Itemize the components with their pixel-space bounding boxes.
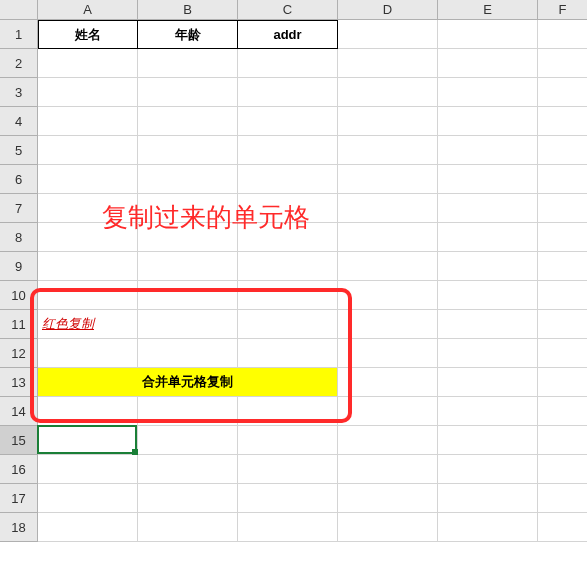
- cell[interactable]: [38, 78, 138, 107]
- col-header-d[interactable]: D: [338, 0, 438, 20]
- cell[interactable]: [138, 252, 238, 281]
- cell[interactable]: [538, 78, 587, 107]
- row-header-14[interactable]: 14: [0, 397, 38, 426]
- cell[interactable]: [538, 513, 587, 542]
- row-header-8[interactable]: 8: [0, 223, 38, 252]
- row-header-15[interactable]: 15: [0, 426, 38, 455]
- cell[interactable]: [538, 49, 587, 78]
- cell[interactable]: [38, 281, 138, 310]
- cell[interactable]: [538, 252, 587, 281]
- cell[interactable]: [538, 310, 587, 339]
- col-header-b[interactable]: B: [138, 0, 238, 20]
- cell[interactable]: [438, 136, 538, 165]
- cell-d1[interactable]: [338, 20, 438, 49]
- row-header-17[interactable]: 17: [0, 484, 38, 513]
- cell[interactable]: [138, 484, 238, 513]
- row-header-3[interactable]: 3: [0, 78, 38, 107]
- cell[interactable]: [538, 136, 587, 165]
- cell[interactable]: [538, 165, 587, 194]
- cell[interactable]: [438, 49, 538, 78]
- row-header-4[interactable]: 4: [0, 107, 38, 136]
- cell[interactable]: [438, 484, 538, 513]
- cell[interactable]: [238, 194, 338, 223]
- cell[interactable]: [38, 484, 138, 513]
- cell[interactable]: [438, 281, 538, 310]
- row-header-9[interactable]: 9: [0, 252, 38, 281]
- cell[interactable]: [338, 107, 438, 136]
- cell[interactable]: [538, 223, 587, 252]
- cell[interactable]: [238, 49, 338, 78]
- cell[interactable]: [338, 484, 438, 513]
- cell[interactable]: [238, 281, 338, 310]
- cell[interactable]: [438, 368, 538, 397]
- cell[interactable]: [238, 397, 338, 426]
- cell[interactable]: [38, 513, 138, 542]
- cell[interactable]: [338, 339, 438, 368]
- cell[interactable]: [238, 426, 338, 455]
- cell[interactable]: [338, 136, 438, 165]
- cell[interactable]: [238, 513, 338, 542]
- cell[interactable]: [38, 136, 138, 165]
- cell-a11-red-copy[interactable]: 红色复制: [38, 310, 138, 339]
- cell[interactable]: [38, 223, 138, 252]
- cell[interactable]: [338, 252, 438, 281]
- cell[interactable]: [338, 49, 438, 78]
- cell[interactable]: [138, 397, 238, 426]
- cell[interactable]: [538, 426, 587, 455]
- cell[interactable]: [438, 426, 538, 455]
- col-header-f[interactable]: F: [538, 0, 587, 20]
- cell-a15[interactable]: [38, 426, 138, 455]
- row-header-1[interactable]: 1: [0, 20, 38, 49]
- cell[interactable]: [138, 136, 238, 165]
- cell[interactable]: [438, 397, 538, 426]
- cell[interactable]: [338, 223, 438, 252]
- cell[interactable]: [438, 223, 538, 252]
- row-header-16[interactable]: 16: [0, 455, 38, 484]
- row-header-2[interactable]: 2: [0, 49, 38, 78]
- cell[interactable]: [438, 107, 538, 136]
- col-header-c[interactable]: C: [238, 0, 338, 20]
- cell[interactable]: [238, 455, 338, 484]
- row-header-10[interactable]: 10: [0, 281, 38, 310]
- cell[interactable]: [538, 339, 587, 368]
- cell[interactable]: [138, 455, 238, 484]
- cell[interactable]: [238, 136, 338, 165]
- cell[interactable]: [338, 426, 438, 455]
- row-header-18[interactable]: 18: [0, 513, 38, 542]
- cell[interactable]: [338, 310, 438, 339]
- cell[interactable]: [338, 78, 438, 107]
- cell[interactable]: [338, 397, 438, 426]
- cell[interactable]: [538, 194, 587, 223]
- cell[interactable]: [38, 49, 138, 78]
- row-header-13[interactable]: 13: [0, 368, 38, 397]
- row-header-11[interactable]: 11: [0, 310, 38, 339]
- cell[interactable]: [38, 194, 138, 223]
- cell[interactable]: [438, 455, 538, 484]
- cell[interactable]: [438, 513, 538, 542]
- cell[interactable]: [438, 310, 538, 339]
- cell[interactable]: [238, 107, 338, 136]
- cell[interactable]: [138, 78, 238, 107]
- cell[interactable]: [238, 165, 338, 194]
- cell[interactable]: [138, 49, 238, 78]
- cell[interactable]: [338, 368, 438, 397]
- cell[interactable]: [338, 455, 438, 484]
- cell[interactable]: [438, 78, 538, 107]
- cell[interactable]: [238, 310, 338, 339]
- cell[interactable]: [538, 397, 587, 426]
- row-header-7[interactable]: 7: [0, 194, 38, 223]
- cell[interactable]: [338, 165, 438, 194]
- cell[interactable]: [538, 368, 587, 397]
- cell[interactable]: [138, 281, 238, 310]
- cell[interactable]: [438, 165, 538, 194]
- cell[interactable]: [538, 484, 587, 513]
- cell-a1[interactable]: 姓名: [38, 20, 138, 49]
- cell[interactable]: [338, 281, 438, 310]
- cell[interactable]: [138, 107, 238, 136]
- cell[interactable]: [138, 426, 238, 455]
- cell[interactable]: [238, 78, 338, 107]
- row-header-12[interactable]: 12: [0, 339, 38, 368]
- cell[interactable]: [138, 194, 238, 223]
- col-header-e[interactable]: E: [438, 0, 538, 20]
- cell[interactable]: [538, 455, 587, 484]
